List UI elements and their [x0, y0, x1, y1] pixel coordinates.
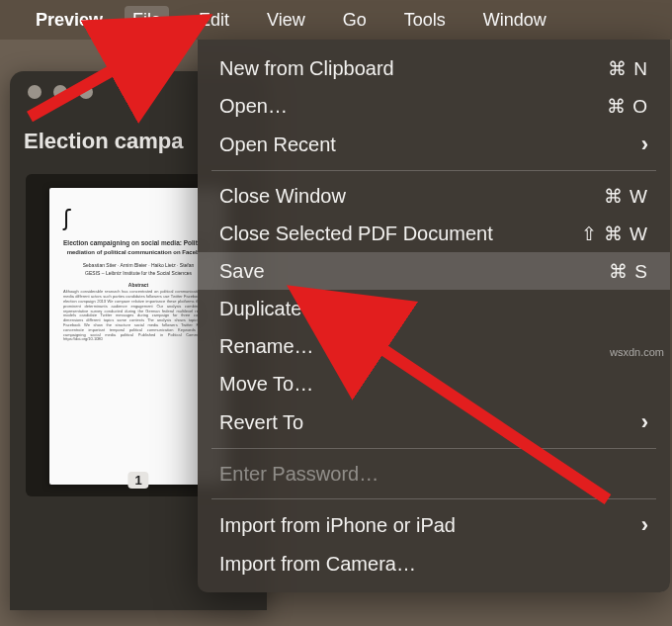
menu-shortcut: ⌘ S [569, 260, 648, 283]
file-menu-dropdown: New from Clipboard ⌘ N Open… ⌘ O Open Re… [198, 40, 670, 592]
app-name[interactable]: Preview [36, 10, 103, 31]
menu-item-open-recent[interactable]: Open Recent › [198, 125, 670, 164]
menu-label: Open… [219, 95, 569, 118]
menu-item-save[interactable]: Save ⌘ S [198, 252, 670, 290]
menu-item-move-to[interactable]: Move To… [198, 365, 670, 402]
menu-item-open[interactable]: Open… ⌘ O [198, 87, 670, 125]
chevron-right-icon: › [641, 409, 648, 435]
menubar: Preview File Edit View Go Tools Window [0, 0, 672, 40]
paper-title: Election campaigning on social media: Po… [63, 239, 213, 247]
menu-separator [211, 498, 656, 499]
paper-body: Although considerable research has conce… [63, 290, 213, 342]
menu-separator [211, 170, 656, 171]
menu-go[interactable]: Go [335, 6, 375, 35]
menu-window[interactable]: Window [475, 6, 554, 35]
menu-shortcut: ⌘ O [569, 95, 648, 118]
menu-item-new-from-clipboard[interactable]: New from Clipboard ⌘ N [198, 49, 670, 87]
menu-label: Enter Password… [219, 463, 648, 486]
menu-shortcut: ⇧ ⌘ W [569, 223, 648, 245]
close-button[interactable] [28, 85, 42, 99]
paper-subtitle: mediation of political communication on … [63, 249, 213, 256]
watermark: wsxdn.com [610, 346, 664, 358]
menu-label: Move To… [219, 373, 648, 396]
menu-item-duplicate[interactable]: Duplicate [198, 290, 670, 327]
menu-tools[interactable]: Tools [396, 6, 454, 35]
minimize-button[interactable] [53, 85, 67, 99]
menu-item-enter-password: Enter Password… [198, 455, 670, 492]
menu-item-rename[interactable]: Rename… [198, 327, 670, 365]
menu-shortcut: ⌘ W [569, 185, 648, 208]
paper-abstract-label: Abstract [63, 282, 213, 288]
menu-label: Close Selected PDF Document [219, 223, 569, 245]
menu-label: Rename… [219, 335, 648, 358]
menu-item-import-camera[interactable]: Import from Camera… [198, 545, 670, 582]
paper-authors: Sebastian Stier · Arnim Bleier · Haiko L… [63, 262, 213, 268]
chevron-right-icon: › [641, 512, 648, 538]
menu-label: Close Window [219, 185, 569, 208]
menu-shortcut: ⌘ N [569, 57, 648, 80]
menu-item-close-selected-pdf[interactable]: Close Selected PDF Document ⇧ ⌘ W [198, 215, 670, 252]
menu-item-import-iphone[interactable]: Import from iPhone or iPad › [198, 505, 670, 545]
menu-file[interactable]: File [125, 6, 169, 35]
menu-label: Import from Camera… [219, 553, 648, 576]
menu-label: Duplicate [219, 298, 569, 320]
menu-item-revert-to[interactable]: Revert To › [198, 402, 670, 442]
menu-separator [211, 448, 656, 449]
menu-label: Revert To [219, 411, 641, 434]
page-number-badge: 1 [127, 472, 148, 489]
zoom-button[interactable] [79, 85, 93, 99]
paper-affiliation: GESIS – Leibniz Institute for the Social… [63, 270, 213, 276]
menu-label: Import from iPhone or iPad [219, 514, 641, 537]
menu-label: Open Recent [219, 134, 641, 156]
menu-edit[interactable]: Edit [191, 6, 237, 35]
menu-item-close-window[interactable]: Close Window ⌘ W [198, 177, 670, 215]
menu-view[interactable]: View [259, 6, 313, 35]
menu-label: New from Clipboard [219, 57, 569, 80]
menu-label: Save [219, 260, 569, 283]
chevron-right-icon: › [641, 132, 648, 157]
signature-mark-icon: ʃ [63, 206, 213, 231]
